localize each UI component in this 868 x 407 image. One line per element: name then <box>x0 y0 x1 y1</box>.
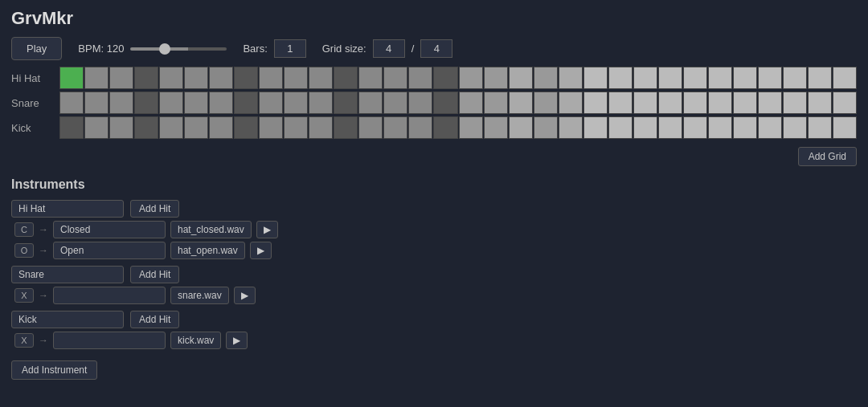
grid-cell[interactable] <box>633 92 657 114</box>
grid-cell[interactable] <box>334 67 358 89</box>
grid-cell[interactable] <box>284 67 308 89</box>
grid-cell[interactable] <box>733 67 757 89</box>
grid-cell[interactable] <box>109 116 133 139</box>
grid-cell[interactable] <box>758 116 782 139</box>
grid-cell[interactable] <box>259 116 283 139</box>
grid-cell[interactable] <box>683 116 707 139</box>
add-hit-button[interactable]: Add Hit <box>130 200 179 218</box>
grid-cell[interactable] <box>408 92 432 114</box>
grid-cell[interactable] <box>84 116 108 139</box>
grid-cell[interactable] <box>484 92 508 114</box>
grid-cell[interactable] <box>608 116 633 139</box>
grid-cell[interactable] <box>509 92 533 114</box>
grid-cell[interactable] <box>733 92 757 114</box>
grid-cell[interactable] <box>334 116 358 139</box>
grid-cell[interactable] <box>209 92 233 114</box>
grid-cell[interactable] <box>159 92 183 114</box>
play-button[interactable]: Play <box>11 37 62 60</box>
grid-cell[interactable] <box>159 67 183 89</box>
grid-cell[interactable] <box>109 92 133 114</box>
grid-cell[interactable] <box>633 116 657 139</box>
grid-cell[interactable] <box>658 116 682 139</box>
grid-cell[interactable] <box>758 67 782 89</box>
grid-cell[interactable] <box>408 67 432 89</box>
grid-cell[interactable] <box>783 116 807 139</box>
instrument-name-input[interactable] <box>11 200 124 218</box>
grid-cell[interactable] <box>808 92 832 114</box>
bars-input[interactable] <box>274 39 306 58</box>
grid-cell[interactable] <box>658 92 682 114</box>
add-instrument-button[interactable]: Add Instrument <box>11 360 97 380</box>
grid-cell[interactable] <box>534 67 558 89</box>
grid-cell[interactable] <box>209 116 233 139</box>
grid-cell[interactable] <box>658 67 682 89</box>
grid-cell[interactable] <box>733 116 757 139</box>
grid-cell[interactable] <box>383 116 407 139</box>
instrument-name-input[interactable] <box>11 266 124 283</box>
grid-cell[interactable] <box>509 67 533 89</box>
grid-cell[interactable] <box>833 92 857 114</box>
grid-cell[interactable] <box>234 67 258 89</box>
grid-cell[interactable] <box>184 67 208 89</box>
grid-cell[interactable] <box>433 92 457 114</box>
hit-name-input[interactable] <box>53 242 166 259</box>
grid-cell[interactable] <box>509 116 533 139</box>
grid-cell[interactable] <box>559 116 583 139</box>
grid-cell[interactable] <box>358 116 383 139</box>
grid-cell[interactable] <box>234 116 258 139</box>
grid-cell[interactable] <box>59 92 84 114</box>
add-grid-button[interactable]: Add Grid <box>798 147 857 166</box>
add-hit-button[interactable]: Add Hit <box>130 311 179 328</box>
grid-cell[interactable] <box>608 67 633 89</box>
grid-cell[interactable] <box>633 67 657 89</box>
grid-cell[interactable] <box>159 116 183 139</box>
grid-cell[interactable] <box>583 116 608 139</box>
grid-cell[interactable] <box>334 92 358 114</box>
grid-cell[interactable] <box>259 92 283 114</box>
grid-cell[interactable] <box>583 67 608 89</box>
grid-cell[interactable] <box>683 67 707 89</box>
hit-name-input[interactable] <box>53 287 166 304</box>
grid-cell[interactable] <box>783 67 807 89</box>
grid-cell[interactable] <box>833 116 857 139</box>
grid-cell[interactable] <box>459 67 483 89</box>
grid-cell[interactable] <box>134 92 158 114</box>
play-hit-button[interactable]: ▶ <box>234 287 256 304</box>
grid-cell[interactable] <box>408 116 432 139</box>
grid-cell[interactable] <box>134 116 158 139</box>
grid-cell[interactable] <box>608 92 633 114</box>
grid-cell[interactable] <box>559 92 583 114</box>
grid-cell[interactable] <box>383 92 407 114</box>
grid-cell[interactable] <box>534 116 558 139</box>
grid-cell[interactable] <box>833 67 857 89</box>
grid-cell[interactable] <box>708 116 732 139</box>
grid-cell[interactable] <box>358 92 383 114</box>
grid-cell[interactable] <box>309 67 333 89</box>
grid-size-numerator[interactable] <box>373 39 405 58</box>
grid-cell[interactable] <box>383 67 407 89</box>
grid-cell[interactable] <box>484 67 508 89</box>
instrument-name-input[interactable] <box>11 311 124 328</box>
grid-cell[interactable] <box>459 92 483 114</box>
grid-cell[interactable] <box>259 67 283 89</box>
grid-cell[interactable] <box>109 67 133 89</box>
grid-cell[interactable] <box>234 92 258 114</box>
grid-cell[interactable] <box>783 92 807 114</box>
grid-cell[interactable] <box>534 92 558 114</box>
grid-cell[interactable] <box>309 92 333 114</box>
grid-cell[interactable] <box>433 116 457 139</box>
grid-cell[interactable] <box>284 116 308 139</box>
grid-cell[interactable] <box>808 116 832 139</box>
grid-cell[interactable] <box>708 67 732 89</box>
grid-cell[interactable] <box>808 67 832 89</box>
grid-cell[interactable] <box>309 116 333 139</box>
grid-cell[interactable] <box>184 92 208 114</box>
grid-cell[interactable] <box>559 67 583 89</box>
grid-cell[interactable] <box>209 67 233 89</box>
play-hit-button[interactable]: ▶ <box>256 221 278 238</box>
grid-cell[interactable] <box>84 92 108 114</box>
grid-cell[interactable] <box>433 67 457 89</box>
grid-cell[interactable] <box>84 67 108 89</box>
grid-cell[interactable] <box>59 67 84 89</box>
grid-cell[interactable] <box>59 116 84 139</box>
